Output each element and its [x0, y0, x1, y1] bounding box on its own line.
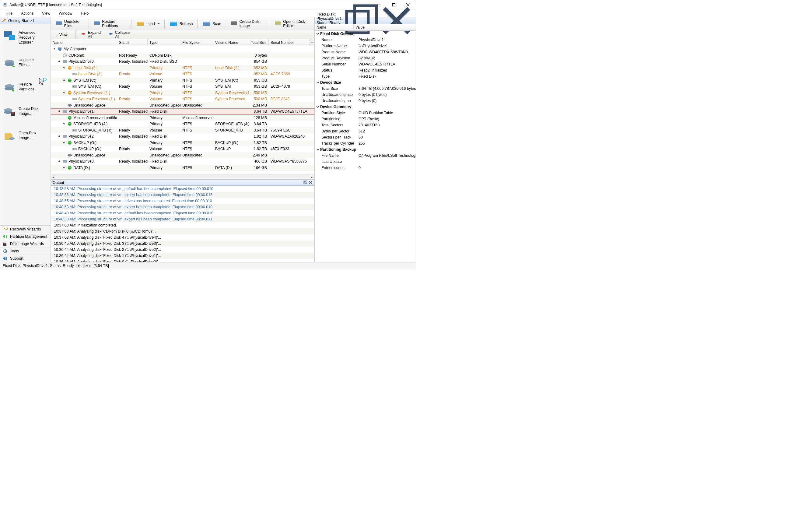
- sidebar-bottom-item[interactable]: ?Support: [0, 255, 51, 262]
- tree-row[interactable]: Unallocated SpaceUnallocated SpaceUnallo…: [51, 152, 314, 159]
- expander-icon[interactable]: [62, 166, 66, 169]
- expander-icon[interactable]: [62, 91, 66, 95]
- node-icon: [67, 66, 72, 70]
- tree-row[interactable]: PhysicalDrive2Ready, InitializedFixed Di…: [51, 133, 314, 140]
- row-name: BACKUP (G:): [78, 147, 102, 151]
- scroll-left-button[interactable]: ◂: [51, 175, 56, 179]
- tree-row[interactable]: System Reserved (1:)ReadyVolumeNTFSSyste…: [51, 96, 314, 102]
- svg-rect-41: [59, 50, 61, 51]
- row-size: 0 bytes: [255, 53, 267, 57]
- output-body[interactable]: 10:48:58 AM: Processing structure of vm_…: [51, 186, 314, 262]
- expander-icon[interactable]: [62, 141, 66, 145]
- row-status: Ready, Initialized: [119, 159, 148, 163]
- tree-row[interactable]: BACKUP (G:)PrimaryNTFSBACKUP (G:)1.82 TB: [51, 140, 314, 146]
- grid-hscrollbar[interactable]: ◂ ▸: [51, 174, 314, 179]
- sidebar-bottom-item[interactable]: Partition Management: [0, 233, 51, 240]
- properties-body[interactable]: Fixed Disk GeneralNamePhysicalDrive1Plat…: [315, 31, 416, 262]
- prop-key: Total Sectors: [315, 123, 357, 127]
- tree-row[interactable]: SYSTEM (C:)ReadyVolumeNTFSSYSTEM953 GBEC…: [51, 84, 314, 90]
- row-size: 500 MB: [254, 97, 267, 101]
- col-type[interactable]: Type: [148, 39, 181, 46]
- toolbar-button[interactable]: Load: [133, 18, 163, 29]
- sidebar-task[interactable]: RestorePartitions...: [1, 78, 50, 101]
- prop-key: Sectors per Track: [315, 135, 357, 140]
- tree-row[interactable]: DATA (D:)PrimaryNTFSDATA (D:)196 GB: [51, 165, 314, 171]
- sidebar-task[interactable]: Open DiskImage...: [1, 126, 50, 150]
- col-status[interactable]: Status: [117, 39, 148, 46]
- prop-section-header[interactable]: Partitioning Backup: [315, 146, 416, 152]
- tree-row[interactable]: STORAGE_4TB (J:)ReadyVolumeNTFSSTORAGE_4…: [51, 127, 314, 134]
- close-panel-icon[interactable]: [309, 181, 313, 184]
- expander-icon[interactable]: [57, 60, 61, 63]
- menu-file[interactable]: File: [2, 11, 17, 16]
- prop-row: NamePhysicalDrive1: [315, 37, 416, 43]
- tree-row[interactable]: System Reserved (1:)PrimaryNTFSSystem Re…: [51, 90, 314, 96]
- scroll-right-button[interactable]: ▸: [309, 175, 314, 179]
- expander-icon[interactable]: [57, 134, 61, 138]
- toolbar-button[interactable]: Scan: [199, 18, 225, 29]
- statusbar: Fixed Disk: PhysicalDrive1, Status: Read…: [0, 262, 416, 269]
- prop-key: Last Update: [315, 160, 357, 164]
- prop-section-header[interactable]: Device Geometry: [315, 104, 416, 110]
- expand-all-button[interactable]: Expand All: [78, 31, 104, 38]
- col-volname[interactable]: Volume Name: [213, 39, 251, 46]
- tree-row[interactable]: Local Disk (2:)ReadyVolumeNTFS852 MB4CC9…: [51, 71, 314, 77]
- col-name[interactable]: Name: [51, 39, 117, 46]
- collapse-all-button[interactable]: Collapse All: [105, 31, 132, 38]
- prop-section-header[interactable]: Device Size: [315, 79, 416, 86]
- sidebar-bottom-icon: ?: [3, 256, 7, 261]
- col-size[interactable]: Total Size: [251, 39, 269, 46]
- tree-row[interactable]: Unallocated SpaceUnallocated SpaceUnallo…: [51, 102, 314, 109]
- tree-row[interactable]: Local Disk (2:)PrimaryNTFSLocal Disk (2:…: [51, 65, 314, 71]
- col-serial[interactable]: Serial Number: [269, 39, 309, 46]
- expander-icon[interactable]: [53, 47, 56, 51]
- tree-row[interactable]: BACKUP (G:)ReadyVolumeNTFSBACKUP1.82 TB4…: [51, 146, 314, 152]
- sidebar-task[interactable]: AdvancedRecoveryExplorer: [1, 26, 50, 53]
- toolbar-button[interactable]: Open in Disk Editor: [271, 18, 313, 29]
- toolbar-icon: [55, 20, 62, 28]
- toolbar-button[interactable]: Create Disk Image: [227, 18, 269, 29]
- main-area: Undelete FilesRestore PartitionsLoadRefr…: [51, 17, 314, 262]
- sidebar-task[interactable]: UndeleteFiles...: [1, 53, 50, 77]
- menu-window[interactable]: Window: [54, 11, 76, 16]
- grid-body[interactable]: My ComputerCDRom0Not ReadyCDRom Disk0 by…: [51, 46, 314, 174]
- menu-help[interactable]: Help: [77, 11, 93, 16]
- prop-section-header[interactable]: Fixed Disk General: [315, 31, 416, 37]
- expander-icon[interactable]: [62, 66, 66, 70]
- tree-row[interactable]: CDRom0Not ReadyCDRom Disk0 bytes: [51, 52, 314, 59]
- row-fs: Unallocated: [182, 103, 202, 107]
- toolbar-button[interactable]: Undelete Files: [52, 18, 87, 29]
- tree-row[interactable]: My Computer: [51, 46, 314, 52]
- row-serial: 76C9-FE6C: [271, 128, 291, 132]
- menu-view[interactable]: View: [38, 11, 54, 16]
- prop-col-value[interactable]: Value: [354, 24, 416, 31]
- expander-icon[interactable]: [57, 160, 61, 163]
- svg-rect-81: [304, 181, 307, 183]
- svg-rect-2: [4, 3, 6, 5]
- tree-row[interactable]: SYSTEM (C:)PrimaryNTFSSYSTEM (C:)953 GB: [51, 77, 314, 84]
- col-fs[interactable]: File System: [181, 39, 213, 46]
- menu-actions[interactable]: Actions: [17, 11, 38, 16]
- scroll-up-button[interactable]: [309, 39, 314, 46]
- prop-row: Sectors per Track63: [315, 134, 416, 140]
- tree-row[interactable]: PhysicalDrive1Ready, InitializedFixed Di…: [51, 108, 314, 115]
- sidebar-task[interactable]: Create DiskImage...: [1, 102, 50, 126]
- node-icon: [67, 78, 72, 83]
- view-dropdown[interactable]: View: [53, 31, 73, 38]
- prop-row: TypeFixed Disk: [315, 73, 416, 79]
- expander-icon[interactable]: [62, 78, 66, 82]
- tree-row[interactable]: Microsoft reserved partitionPrimaryMicro…: [51, 115, 314, 121]
- tree-row[interactable]: PhysicalDrive0Ready, InitializedFixed Di…: [51, 58, 314, 65]
- expander-icon[interactable]: [57, 110, 61, 113]
- tree-row[interactable]: PhysicalDrive3Ready, InitializedFixed Di…: [51, 158, 314, 165]
- expander-icon[interactable]: [62, 122, 66, 126]
- tree-row[interactable]: STORAGE_4TB (J:)PrimaryNTFSSTORAGE_4TB (…: [51, 121, 314, 127]
- sidebar-bottom-item[interactable]: Disk Image Wizards: [0, 240, 51, 248]
- toolbar-button[interactable]: Restore Partitions: [90, 18, 130, 29]
- toolbar-button[interactable]: Refresh: [166, 18, 196, 29]
- restore-panel-icon[interactable]: [303, 181, 308, 184]
- prop-col-name[interactable]: Name: [315, 24, 354, 31]
- sidebar-bottom-item[interactable]: Recovery Wizards: [0, 226, 51, 233]
- toolbar-icon: [169, 20, 178, 28]
- sidebar-bottom-item[interactable]: Tools: [0, 248, 51, 255]
